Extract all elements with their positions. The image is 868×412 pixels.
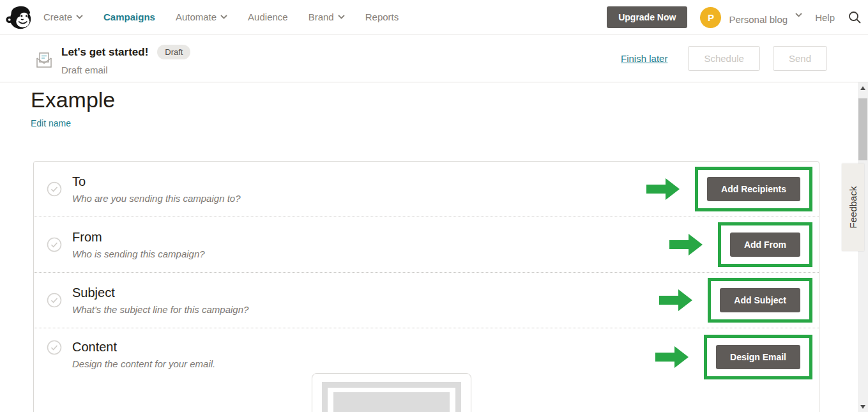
annotation-highlight-box: Add Recipients [695, 167, 812, 211]
campaign-checklist-header: Let's get started! Draft Draft email Fin… [0, 34, 868, 82]
scrollbar-thumb[interactable] [858, 98, 867, 160]
checklist-step-title: From [72, 230, 669, 245]
add-recipients-button[interactable]: Add Recipients [707, 177, 800, 201]
annotation-arrow-icon [669, 233, 703, 257]
upgrade-now-button[interactable]: Upgrade Now [607, 6, 687, 28]
email-template-preview-thumbnail [312, 373, 471, 412]
send-button[interactable]: Send [773, 46, 827, 71]
annotation-arrow-icon [659, 288, 692, 312]
check-circle-icon [47, 340, 62, 355]
annotation-highlight-box: Add Subject [708, 278, 812, 323]
nav-item-audience[interactable]: Audience [248, 11, 288, 22]
checklist-step-action: Add Recipients [646, 167, 812, 211]
nav-item-brand[interactable]: Brand [308, 11, 345, 22]
chevron-down-icon [76, 15, 83, 19]
checklist-row: Subject What's the subject line for this… [34, 273, 819, 328]
search-icon[interactable] [848, 10, 862, 24]
check-circle-icon [47, 181, 62, 197]
checklist-header-actions: Finish later Schedule Send [621, 34, 827, 82]
campaign-type-label: Draft email [61, 65, 190, 75]
add-from-button[interactable]: Add From [730, 233, 800, 257]
nav-item-reports[interactable]: Reports [365, 11, 399, 22]
check-circle-icon [47, 237, 62, 252]
checklist-step-action: Add Subject [659, 278, 812, 323]
checklist-row: From Who is sending this campaign? Add F… [34, 217, 819, 273]
primary-nav-links: Create Campaigns Automate Audience Brand… [43, 11, 399, 22]
checklist-step-action: Add From [669, 222, 812, 267]
checklist-step-description: Who are you sending this campaign to? [72, 193, 646, 204]
nav-item-label: Audience [248, 11, 288, 22]
nav-item-label: Create [43, 11, 72, 22]
checklist-title: Let's get started! [61, 46, 148, 59]
annotation-highlight-box: Design Email [704, 335, 812, 379]
checklist-step-title: To [72, 174, 646, 189]
checklist-step-text: From Who is sending this campaign? [72, 230, 669, 259]
checklist-step-text: To Who are you sending this campaign to? [72, 174, 646, 204]
annotation-arrow-icon [646, 177, 680, 201]
mailchimp-logo-icon[interactable] [5, 3, 34, 32]
nav-item-label: Reports [365, 11, 399, 22]
nav-item-label: Automate [176, 11, 217, 22]
checklist-step-text: Subject What's the subject line for this… [72, 286, 659, 315]
chevron-down-icon [338, 15, 345, 19]
nav-item-campaigns[interactable]: Campaigns [103, 11, 155, 22]
checklist-step-description: What's the subject line for this campaig… [72, 304, 659, 315]
checklist-header-text: Let's get started! Draft Draft email [61, 45, 190, 75]
help-link[interactable]: Help [815, 12, 835, 23]
checklist-step-text: Content Design the content for your emai… [72, 340, 655, 369]
preview-content-block [333, 392, 450, 412]
chevron-down-icon [795, 13, 802, 17]
email-campaign-icon [34, 50, 54, 69]
avatar[interactable]: P [700, 7, 721, 28]
nav-item-label: Brand [308, 11, 334, 22]
chevron-down-icon [220, 15, 227, 19]
scrollbar-down-arrow-icon[interactable] [858, 401, 868, 412]
checklist-step-description: Design the content for your email. [72, 358, 655, 369]
nav-item-automate[interactable]: Automate [176, 11, 227, 22]
top-navigation-bar: Create Campaigns Automate Audience Brand… [0, 0, 868, 34]
nav-item-create[interactable]: Create [43, 11, 83, 22]
nav-right-group: Upgrade Now P Personal blog Help [607, 0, 862, 34]
feedback-tab[interactable]: Feedback [842, 164, 864, 251]
checklist-row: Content Design the content for your emai… [34, 328, 819, 384]
status-badge: Draft [157, 45, 190, 59]
checklist-step-title: Subject [72, 286, 659, 300]
finish-later-link[interactable]: Finish later [621, 53, 667, 64]
edit-name-link[interactable]: Edit name [31, 118, 71, 128]
nav-item-label: Campaigns [103, 11, 155, 22]
scrollbar-up-arrow-icon[interactable] [858, 82, 868, 93]
page-title: Example [31, 88, 115, 112]
checklist-step-title: Content [72, 340, 655, 355]
account-name-label: Personal blog [729, 14, 788, 25]
schedule-button[interactable]: Schedule [688, 46, 760, 71]
preview-inner-area [328, 388, 455, 412]
checklist-step-description: Who is sending this campaign? [72, 248, 669, 259]
add-subject-button[interactable]: Add Subject [720, 288, 800, 312]
checklist-card: To Who are you sending this campaign to?… [33, 161, 819, 412]
account-menu[interactable]: P Personal blog [700, 7, 802, 28]
design-email-button[interactable]: Design Email [716, 345, 800, 369]
checklist-row: To Who are you sending this campaign to?… [34, 162, 819, 217]
feedback-tab-label: Feedback [848, 187, 858, 229]
preview-header-band [322, 382, 461, 412]
check-circle-icon [47, 293, 62, 308]
checklist-step-action: Design Email [655, 335, 812, 379]
annotation-highlight-box: Add From [718, 222, 812, 267]
annotation-arrow-icon [655, 345, 689, 369]
